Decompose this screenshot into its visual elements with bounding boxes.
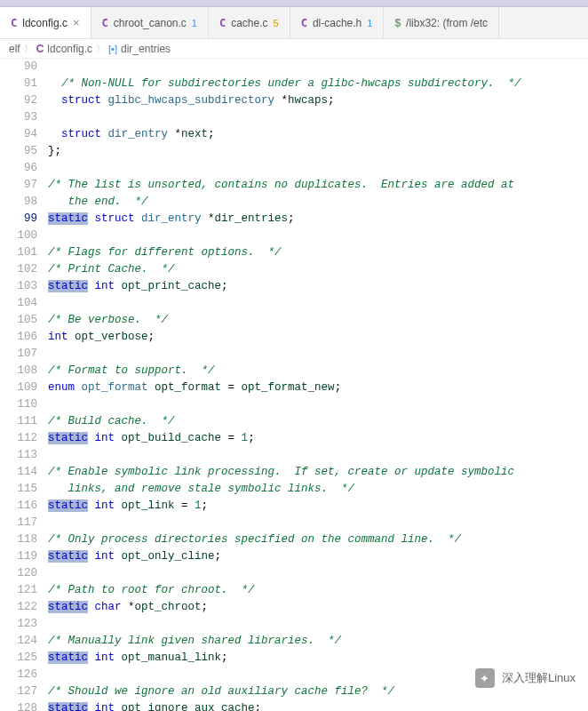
tab-cache-c[interactable]: Ccache.c5 — [209, 7, 290, 38]
code-line[interactable] — [48, 109, 588, 126]
tab-label: chroot_canon.c — [114, 17, 187, 29]
code-line[interactable] — [48, 59, 588, 76]
tab-ldconfig-c[interactable]: Cldconfig.c× — [0, 7, 91, 38]
line-number: 92 — [0, 92, 37, 109]
line-number: 128 — [0, 700, 37, 711]
code-line[interactable] — [48, 396, 588, 413]
code-line[interactable]: static struct dir_entry *dir_entries; — [48, 211, 588, 228]
line-number: 116 — [0, 498, 37, 515]
tab-chroot_canon-c[interactable]: Cchroot_canon.c1 — [91, 7, 209, 38]
line-number: 123 — [0, 616, 37, 633]
line-number: 118 — [0, 531, 37, 548]
breadcrumb[interactable]: elf 〉 C ldconfig.c 〉 [•] dir_entries — [0, 39, 588, 59]
line-number: 105 — [0, 312, 37, 329]
code-line[interactable]: /* Print Cache. */ — [48, 261, 588, 278]
line-number: 125 — [0, 650, 37, 667]
code-line[interactable]: the end. */ — [48, 194, 588, 211]
code-area[interactable]: /* Non-NULL for subdirectories under a g… — [48, 59, 588, 711]
tab-warning-badge: 5 — [274, 18, 279, 28]
code-line[interactable]: /* Be verbose. */ — [48, 312, 588, 329]
code-line[interactable] — [48, 616, 588, 633]
line-number: 120 — [0, 565, 37, 582]
code-line[interactable]: links, and remove stale symbolic links. … — [48, 481, 588, 498]
line-number: 111 — [0, 413, 37, 430]
code-line[interactable]: /* Only process directories specified on… — [48, 531, 588, 548]
c-file-icon: C — [102, 17, 108, 29]
tab-label: /libx32: (from /etc — [406, 17, 488, 29]
code-line[interactable]: struct dir_entry *next; — [48, 126, 588, 143]
code-line[interactable] — [48, 228, 588, 244]
code-line[interactable]: static int opt_manual_link; — [48, 650, 588, 667]
tab-dl-cache-h[interactable]: Cdl-cache.h1 — [290, 7, 385, 38]
code-line[interactable]: static int opt_build_cache = 1; — [48, 430, 588, 447]
menu-bar — [0, 0, 588, 7]
line-number: 107 — [0, 346, 37, 363]
line-number: 112 — [0, 430, 37, 447]
code-line[interactable]: /* Non-NULL for subdirectories under a g… — [48, 76, 588, 92]
code-line[interactable]: static int opt_link = 1; — [48, 498, 588, 515]
code-line[interactable]: /* Build cache. */ — [48, 413, 588, 430]
line-number: 109 — [0, 379, 37, 396]
code-editor[interactable]: 9091929394959697989910010110210310410510… — [0, 59, 588, 711]
line-number: 91 — [0, 76, 37, 92]
c-file-icon: C — [301, 17, 307, 29]
variable-icon: [•] — [108, 44, 117, 54]
code-line[interactable]: struct glibc_hwcaps_subdirectory *hwcaps… — [48, 92, 588, 109]
line-number: 97 — [0, 177, 37, 194]
code-line[interactable]: /* Flags for different options. */ — [48, 244, 588, 261]
line-number: 96 — [0, 160, 37, 177]
tab-label: cache.c — [231, 17, 267, 29]
wechat-icon: ✦ — [475, 668, 495, 688]
code-line[interactable]: static int opt_print_cache; — [48, 278, 588, 295]
watermark: ✦ 深入理解Linux — [475, 668, 576, 688]
editor-tabs: Cldconfig.c×Cchroot_canon.c1Ccache.c5Cdl… — [0, 7, 588, 39]
tab--libx32---from--etc[interactable]: $/libx32: (from /etc — [384, 7, 499, 38]
code-line[interactable]: /* Path to root for chroot. */ — [48, 582, 588, 599]
breadcrumb-file[interactable]: ldconfig.c — [47, 43, 92, 55]
line-number: 108 — [0, 363, 37, 379]
line-number: 113 — [0, 447, 37, 464]
tab-label: dl-cache.h — [313, 17, 362, 29]
line-number: 127 — [0, 683, 37, 700]
line-number: 124 — [0, 633, 37, 650]
code-line[interactable] — [48, 565, 588, 582]
tab-problem-badge: 1 — [192, 18, 197, 28]
line-number: 122 — [0, 599, 37, 616]
code-line[interactable] — [48, 515, 588, 531]
line-number: 101 — [0, 244, 37, 261]
code-line[interactable]: static int opt_only_cline; — [48, 548, 588, 565]
line-number: 115 — [0, 481, 37, 498]
line-number: 119 — [0, 548, 37, 565]
line-number: 102 — [0, 261, 37, 278]
code-line[interactable]: /* Manually link given shared libraries.… — [48, 633, 588, 650]
line-number: 117 — [0, 515, 37, 531]
line-number: 104 — [0, 295, 37, 312]
breadcrumb-symbol[interactable]: dir_entries — [121, 43, 171, 55]
code-line[interactable]: enum opt_format opt_format = opt_format_… — [48, 379, 588, 396]
code-line[interactable]: /* The list is unsorted, contains no dup… — [48, 177, 588, 194]
line-number: 126 — [0, 667, 37, 683]
c-file-icon: C — [219, 17, 226, 29]
line-number: 121 — [0, 582, 37, 599]
line-number: 114 — [0, 464, 37, 481]
breadcrumb-folder[interactable]: elf — [9, 43, 20, 55]
line-number: 95 — [0, 143, 37, 160]
code-line[interactable]: /* Enable symbolic link processing. If s… — [48, 464, 588, 481]
line-number: 99 — [0, 211, 37, 228]
code-line[interactable] — [48, 447, 588, 464]
tab-problem-badge: 1 — [367, 18, 372, 28]
close-icon[interactable]: × — [73, 16, 80, 29]
code-line[interactable]: static char *opt_chroot; — [48, 599, 588, 616]
watermark-text: 深入理解Linux — [502, 670, 576, 686]
code-line[interactable]: int opt_verbose; — [48, 329, 588, 346]
code-line[interactable] — [48, 295, 588, 312]
code-line[interactable] — [48, 160, 588, 177]
chevron-right-icon: 〉 — [24, 43, 33, 55]
terminal-icon: $ — [394, 17, 401, 29]
code-line[interactable]: /* Format to support. */ — [48, 363, 588, 379]
code-line[interactable] — [48, 346, 588, 363]
line-number-gutter: 9091929394959697989910010110210310410510… — [0, 59, 48, 711]
code-line[interactable]: static int opt_ignore_aux_cache; — [48, 700, 588, 711]
c-file-icon: C — [36, 43, 44, 55]
code-line[interactable]: }; — [48, 143, 588, 160]
